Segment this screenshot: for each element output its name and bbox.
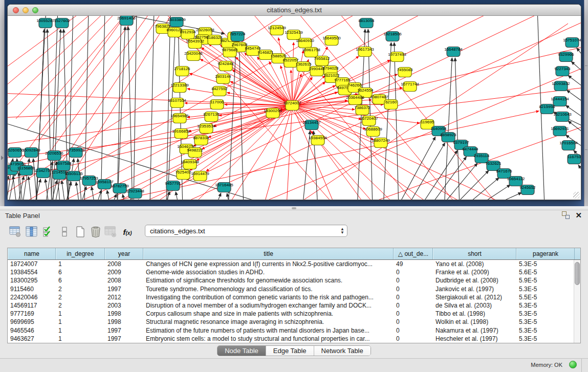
table-cell: Embryonic stem cells: a model to study s… [143, 335, 394, 342]
table-row[interactable]: 946554611997Estimation of the future num… [8, 326, 580, 335]
vertical-scrollbar[interactable] [574, 260, 580, 343]
graph-node-label: 8215958 [539, 104, 555, 109]
graph-node-label: 16771744 [401, 82, 419, 86]
table-cell: 19384554 [8, 269, 56, 276]
table-selector-dropdown[interactable]: citations_edges.txt ▲▼ [145, 225, 347, 237]
table-mode-button[interactable] [9, 225, 22, 238]
dropdown-stepper-icon: ▲▼ [338, 227, 347, 234]
column-header-title[interactable]: title [143, 248, 394, 259]
select-all-button[interactable] [41, 225, 54, 238]
checklist-icon [42, 226, 53, 237]
table-cell: 5.3E-5 [516, 318, 575, 325]
table-cell: 1998 [105, 318, 143, 325]
table-cell: 22420046 [8, 294, 56, 301]
status-bar: Memory: OK [0, 358, 588, 372]
column-header-name[interactable]: name [8, 248, 56, 259]
table-cell: Tourette syndrome. Phenomenology and cla… [143, 286, 394, 293]
table-cell: 2003 [105, 302, 143, 309]
graph-node-label: 18107554 [168, 98, 186, 103]
table-body: 1872400712008Changes of HCN gene express… [8, 260, 580, 343]
graph-edge [287, 105, 292, 200]
graph-node-label: 11156869 [17, 166, 35, 170]
table-cell: 9115460 [8, 286, 56, 293]
graph-node-label: 2935114 [474, 154, 490, 158]
graph-edge [134, 16, 137, 200]
graph-node-label: 18724007 [283, 101, 301, 105]
network-view-window[interactable]: citations_edges.txt 18724007796382289601… [7, 4, 581, 200]
table-cell: Franke et al. (2009) [433, 269, 516, 276]
table-cell: 2012 [105, 294, 143, 301]
graph-node-label: 12923448 [126, 189, 144, 193]
table-cell: 0 [394, 310, 433, 317]
delete-column-button[interactable] [89, 225, 102, 238]
row-height-button[interactable] [58, 225, 71, 238]
graph-node-label: 8267130 [203, 112, 220, 117]
table-row[interactable]: 1938455462009Genome-wide association stu… [8, 268, 580, 276]
table-row[interactable]: 1872400712008Changes of HCN gene express… [8, 260, 580, 268]
table-cell: 5.3E-5 [516, 286, 575, 293]
table-cell: 1 [56, 335, 105, 342]
memory-status-icon [569, 361, 577, 368]
table-row[interactable]: 1456911722003Disruption of a novel membe… [8, 301, 580, 310]
graph-node-label: 16782759 [111, 184, 129, 188]
delete-table-button[interactable] [104, 225, 117, 238]
graph-node-label: 16648784 [444, 47, 463, 52]
column-header-year[interactable]: year [105, 248, 143, 259]
graph-edge [8, 16, 96, 96]
table-cell: 2 [56, 286, 105, 293]
select-columns-button[interactable] [25, 225, 38, 238]
function-builder-button[interactable]: f(x) [121, 225, 134, 238]
column-select-icon [26, 226, 37, 237]
horizontal-splitter[interactable] [0, 206, 588, 210]
table-cell: 1 [56, 260, 105, 268]
table-cell: 0 [394, 286, 433, 293]
scrollbar-thumb[interactable] [575, 262, 580, 285]
float-panel-icon[interactable] [562, 211, 570, 219]
table-cell: 2008 [105, 277, 143, 284]
table-cell: Jankovic et al. (1997) [433, 286, 516, 293]
graph-node-label: 20691406 [117, 16, 136, 20]
graph-node-label: 9245652 [519, 185, 536, 190]
graph-edge [577, 48, 581, 62]
table-row[interactable]: 946362711997Embryonic stem cells: a mode… [8, 335, 580, 343]
divider-collapse-arrow-icon[interactable] [1, 156, 4, 160]
column-header-in_degree[interactable]: in_degree [56, 248, 105, 259]
table-row[interactable]: 969969511998Structural magnetic resonanc… [8, 318, 580, 326]
graph-node-label: 9227343 [554, 67, 571, 71]
table-row[interactable]: 977716911998Corpus callosum shape and si… [8, 310, 580, 318]
close-panel-icon[interactable]: ✕ [575, 211, 582, 219]
tab-edge-table[interactable]: Edge Table [266, 346, 314, 356]
graph-edge [187, 89, 292, 105]
network-canvas[interactable]: 1872400779638228960128891293423226058982… [8, 16, 581, 200]
table-row[interactable]: 911546021997Tourette syndrome. Phenomeno… [8, 285, 580, 293]
graph-node-label: 10807487 [370, 95, 388, 99]
graph-node-label: 7455083 [397, 68, 413, 72]
table-cell: 9777169 [8, 310, 56, 317]
graph-node-label: 18409348 [181, 160, 199, 164]
tab-node-table[interactable]: Node Table [217, 346, 266, 356]
left-panel-divider[interactable] [0, 0, 5, 206]
graph-node-label: 16649500 [322, 36, 341, 40]
table-row[interactable]: 1830029562008Estimation of significance … [8, 276, 580, 285]
network-window-titlebar[interactable]: citations_edges.txt [8, 5, 581, 16]
graph-node-label: 13505135 [64, 171, 83, 176]
table-row[interactable]: 2242004622012Investigating the contribut… [8, 293, 580, 301]
table-cell: 5.9E-5 [516, 277, 575, 284]
tab-network-table[interactable]: Network Table [314, 346, 371, 356]
column-header-out_de[interactable]: △ out_de... [394, 248, 433, 259]
graph-node-label: 15092849 [22, 148, 40, 152]
graph-node-label: 15692931 [551, 126, 569, 131]
column-header-short[interactable]: short [433, 248, 516, 259]
graph-edge [95, 190, 101, 200]
new-column-button[interactable] [74, 225, 87, 238]
graph-node-label: 7955812 [314, 56, 330, 61]
graph-node-label: 9329966 [558, 52, 574, 57]
splitter-knob[interactable] [292, 207, 296, 209]
window-resize-grip[interactable] [573, 192, 580, 199]
graph-node-label: 19654985 [170, 114, 189, 118]
column-header-pagerank[interactable]: pagerank [516, 248, 575, 259]
graph-node-label: 19737493 [388, 52, 406, 57]
right-panel-divider[interactable] [584, 0, 588, 206]
table-cell: Genome-wide association studies in ADHD. [143, 269, 394, 276]
table-cell: 5.6E-5 [516, 269, 575, 276]
